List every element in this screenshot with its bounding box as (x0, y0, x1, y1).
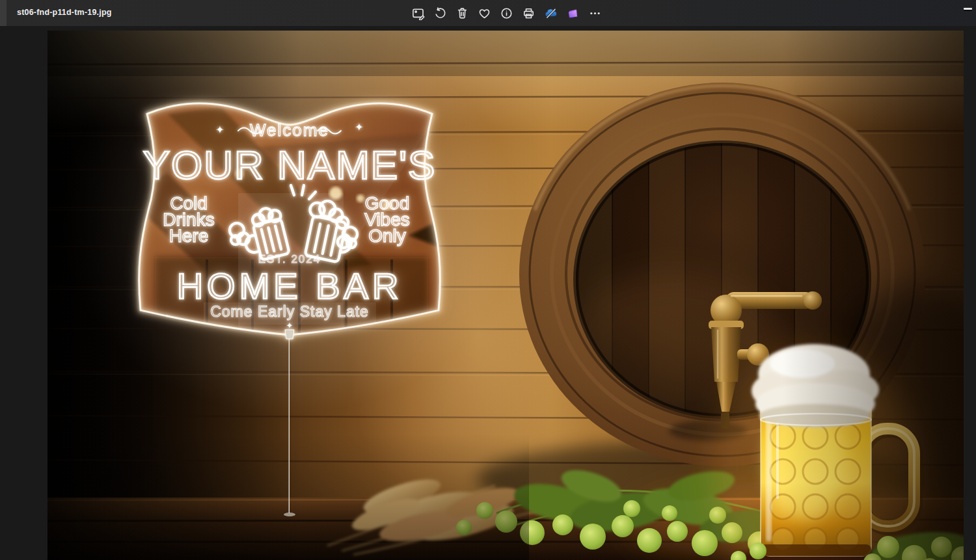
edit-image-icon (411, 7, 425, 20)
bar-photo-illustration: ✦ ✦ Welcome YOUR NAME'S Cold Drinks Here… (47, 31, 964, 560)
sign-welcome: Welcome (250, 120, 329, 140)
delete-button[interactable] (452, 3, 472, 23)
sign-title: YOUR NAME'S (143, 142, 437, 187)
sign-bracket (285, 330, 294, 339)
photo-content: ✦ ✦ Welcome YOUR NAME'S Cold Drinks Here… (47, 31, 964, 560)
toolbar (408, 0, 605, 26)
minimize-icon (964, 8, 972, 10)
more-options-button[interactable] (585, 3, 605, 23)
sign-left-line-3: Here (169, 226, 209, 246)
onedrive-button[interactable] (541, 3, 561, 23)
favorite-icon (478, 7, 491, 20)
rotate-icon (433, 7, 447, 20)
print-button[interactable] (519, 3, 539, 23)
sign-star-right: ✦ (355, 122, 363, 133)
rotate-button[interactable] (430, 3, 450, 23)
tab-strip-stub[interactable] (0, 0, 7, 26)
image-viewer-canvas[interactable]: ✦ ✦ Welcome YOUR NAME'S Cold Drinks Here… (0, 26, 976, 560)
more-options-icon (588, 7, 602, 20)
neon-sign: ✦ ✦ Welcome YOUR NAME'S Cold Drinks Here… (122, 96, 452, 341)
clipchamp-icon (566, 7, 580, 20)
info-icon (500, 7, 513, 20)
sign-tagline: Come Early Stay Late (210, 303, 369, 320)
info-button[interactable] (496, 3, 517, 23)
title-bar: st06-fnd-p11d-tm-19.jpg (0, 0, 976, 26)
sign-star-left: ✦ (215, 124, 224, 135)
photos-app-window: st06-fnd-p11d-tm-19.jpg (0, 0, 976, 560)
image-filename: st06-fnd-p11d-tm-19.jpg (17, 8, 112, 17)
sign-established: EST. 2024 (258, 253, 321, 265)
sign-right-line-3: Only (368, 226, 406, 246)
onedrive-unavailable-icon (544, 7, 558, 20)
favorite-button[interactable] (474, 3, 495, 23)
delete-icon (455, 7, 469, 20)
sign-main: HOME BAR (177, 265, 403, 306)
sign-star-bottom: ✦ (286, 321, 293, 330)
edit-image-button[interactable] (408, 3, 428, 23)
clipchamp-button[interactable] (563, 3, 583, 23)
window-controls (959, 0, 976, 20)
print-icon (522, 7, 535, 20)
minimize-button[interactable] (959, 0, 976, 17)
